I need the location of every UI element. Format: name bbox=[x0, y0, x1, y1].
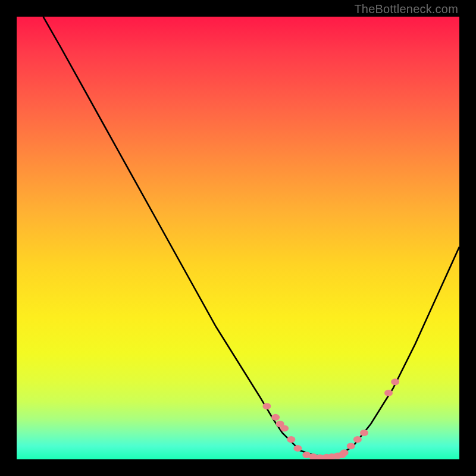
data-marker bbox=[360, 430, 368, 436]
data-marker bbox=[347, 443, 355, 449]
data-marker bbox=[280, 425, 289, 431]
curve-group bbox=[43, 17, 459, 457]
data-marker bbox=[262, 403, 271, 409]
chart-frame: TheBottleneck.com bbox=[0, 0, 476, 476]
data-marker bbox=[391, 378, 399, 385]
curve-svg bbox=[17, 17, 459, 459]
data-marker bbox=[293, 445, 302, 452]
data-marker bbox=[340, 449, 349, 456]
data-marker bbox=[384, 390, 393, 396]
attribution-text: TheBottleneck.com bbox=[354, 2, 458, 16]
plot-area bbox=[17, 17, 459, 459]
data-marker bbox=[271, 414, 280, 421]
data-markers bbox=[262, 378, 399, 459]
data-marker bbox=[287, 436, 295, 443]
data-marker bbox=[353, 436, 362, 443]
bottleneck-curve bbox=[43, 17, 459, 457]
